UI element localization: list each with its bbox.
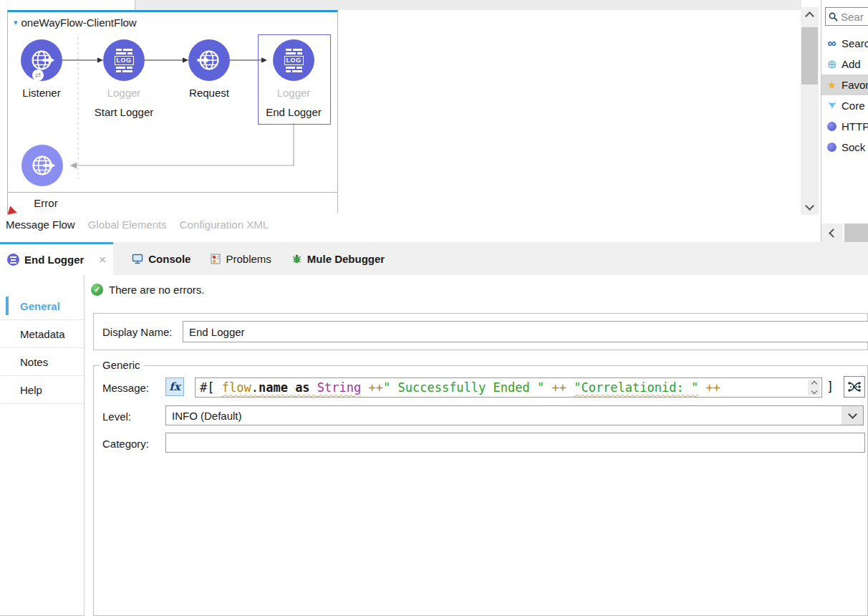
anypoint-studio-window: ▾ oneWayFlow-ClientFlow ⇄ Listener LOG — [0, 0, 868, 616]
error-section-divider — [8, 192, 337, 193]
expression-text: #[ flow.name as String ++" Successfully … — [196, 380, 720, 395]
palette-item-core[interactable]: Core — [821, 95, 868, 116]
listener-node[interactable]: ⇄ — [21, 39, 62, 81]
flow-collapse-triangle-icon[interactable]: ▾ — [14, 19, 18, 27]
dataweave-mapping-button[interactable] — [844, 376, 865, 398]
logger-icon: LOG — [115, 49, 134, 72]
properties-panel-tabbar: End Logger × Console Problems — [0, 242, 868, 275]
star-icon: ★ — [826, 80, 838, 90]
properties-panel-body: General Metadata Notes Help ✓ There are … — [0, 275, 868, 616]
level-value: INFO (Default) — [166, 410, 842, 422]
horizontal-scrollbar-thumb[interactable] — [844, 223, 868, 242]
properties-sidebar: General Metadata Notes Help — [0, 275, 85, 616]
console-icon — [132, 254, 143, 264]
generic-group: Generic Message: fx #[ flow.name as Stri… — [93, 365, 868, 616]
palette-search-input[interactable]: Sear — [825, 7, 868, 26]
scroll-down-button[interactable] — [801, 199, 819, 215]
search-icon — [829, 12, 838, 21]
debugger-bug-icon — [291, 254, 302, 264]
validation-status: ✓ There are no errors. — [91, 284, 204, 296]
tab-mule-debugger[interactable]: Mule Debugger — [281, 242, 395, 275]
level-dropdown[interactable]: INFO (Default) — [165, 405, 864, 425]
flow-container[interactable]: ▾ oneWayFlow-ClientFlow ⇄ Listener LOG — [7, 10, 338, 213]
chevron-up-icon — [805, 11, 814, 21]
palette-item-sockets[interactable]: Sock — [821, 137, 868, 158]
start-logger-name-label: Start Logger — [77, 106, 170, 118]
start-logger-node[interactable]: LOG — [103, 39, 145, 81]
sidebar-item-notes[interactable]: Notes — [0, 348, 84, 376]
fx-expression-button[interactable]: fx — [165, 377, 184, 396]
error-section-label: Error — [14, 197, 78, 209]
tab-end-logger[interactable]: End Logger × — [0, 242, 113, 275]
tab-configuration-xml[interactable]: Configuration XML — [180, 218, 269, 231]
flow-title: oneWayFlow-ClientFlow — [21, 16, 137, 29]
mule-palette: Sear ∞ Searc ⊕ Add ★ Favor Core HTTP — [821, 0, 868, 242]
sidebar-item-metadata[interactable]: Metadata — [0, 320, 84, 348]
end-logger-type-label: Logger — [247, 87, 340, 99]
dropdown-arrow[interactable] — [842, 406, 863, 425]
sidebar-item-help[interactable]: Help — [0, 376, 84, 404]
generic-group-label: Generic — [100, 359, 143, 371]
no-errors-check-icon: ✓ — [91, 284, 103, 296]
category-input[interactable] — [165, 433, 865, 453]
expression-close-bracket: ] — [826, 380, 834, 394]
chevron-down-icon — [805, 201, 814, 211]
scrollbar-thumb[interactable] — [801, 27, 818, 85]
tab-console[interactable]: Console — [122, 242, 201, 275]
palette-item-http[interactable]: HTTP — [821, 116, 868, 137]
end-logger-node[interactable]: LOG — [273, 39, 314, 81]
palette-item-add[interactable]: ⊕ Add — [821, 54, 868, 74]
listener-label: Listener — [0, 87, 88, 99]
error-marker-icon — [7, 206, 18, 217]
mule-core-icon — [826, 101, 838, 110]
sidebar-item-general[interactable]: General — [0, 292, 84, 320]
level-label: Level: — [102, 410, 131, 423]
tab-problems[interactable]: Problems — [201, 242, 281, 275]
sockets-connector-icon — [826, 143, 838, 152]
close-icon[interactable]: × — [99, 253, 106, 267]
tab-message-flow[interactable]: Message Flow — [6, 218, 75, 231]
selected-accent-bar — [6, 297, 9, 315]
start-logger-type-label: Logger — [77, 87, 170, 99]
display-name-input[interactable]: End Logger — [183, 321, 868, 342]
palette-item-favorites[interactable]: ★ Favor — [821, 74, 868, 95]
http-connector-icon — [826, 122, 838, 131]
logger-icon: LOG — [284, 49, 304, 72]
globe-arrow-icon — [29, 47, 54, 73]
expression-spinner[interactable] — [808, 380, 820, 395]
request-node[interactable] — [188, 39, 230, 81]
request-label: Request — [163, 87, 256, 99]
problems-icon — [211, 254, 221, 264]
two-way-badge-icon: ⇄ — [32, 69, 44, 81]
palette-item-search-exchange[interactable]: ∞ Searc — [821, 33, 868, 54]
display-name-group: Display Name: End Logger — [93, 313, 868, 350]
editor-tabbar-remainder — [135, 0, 801, 10]
add-icon: ⊕ — [826, 59, 838, 70]
mapping-icon — [847, 379, 862, 395]
logger-icon — [7, 254, 19, 266]
globe-arrow-icon — [196, 47, 222, 73]
globe-arrow-icon — [29, 153, 55, 178]
message-expression-input[interactable]: #[ flow.name as String ++" Successfully … — [195, 377, 822, 398]
flow-editor-tabs: Message Flow Global Elements Configurati… — [6, 218, 269, 231]
scroll-left-button[interactable] — [821, 223, 843, 242]
chevron-up-icon — [811, 381, 816, 387]
category-label: Category: — [102, 438, 149, 450]
tab-global-elements[interactable]: Global Elements — [88, 218, 167, 231]
end-logger-name-label: End Logger — [247, 106, 340, 118]
canvas-vertical-scrollbar[interactable] — [801, 7, 819, 215]
error-handler-node[interactable] — [21, 145, 63, 186]
chevron-left-icon — [829, 228, 838, 238]
display-name-label: Display Name: — [102, 314, 173, 350]
message-label: Message: — [102, 382, 149, 394]
exchange-icon: ∞ — [826, 39, 838, 49]
chevron-down-icon — [811, 388, 816, 394]
chevron-down-icon — [848, 410, 857, 419]
scroll-up-button[interactable] — [801, 7, 819, 23]
